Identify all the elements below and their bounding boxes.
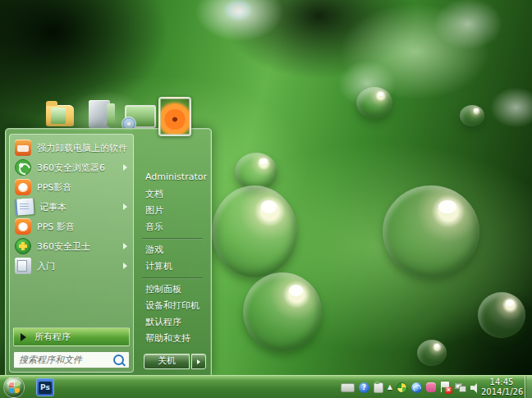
search-input[interactable] (17, 354, 113, 366)
program-label: 360安全浏览器6 (37, 162, 105, 174)
uninstall-toolbox-icon (15, 140, 31, 156)
water-droplet (356, 87, 392, 118)
taskbar: Ps ? ▲ × 14:45 2014/1/26 (0, 375, 532, 398)
360-safety-icon (15, 238, 31, 254)
water-droplet (460, 105, 484, 126)
media-disc-icon[interactable] (125, 105, 156, 128)
program-item-notepad[interactable]: 记事本 (11, 197, 131, 217)
start-button[interactable] (3, 377, 25, 398)
program-label: 入门 (37, 260, 55, 272)
pps-tray-icon[interactable] (426, 382, 436, 392)
program-item-360-safety[interactable]: 360安全卫士 (11, 236, 131, 256)
menu-item-music[interactable]: 音乐 (135, 219, 209, 236)
program-label: PPS影音 (37, 181, 71, 194)
user-name-item[interactable]: Administrator (135, 168, 209, 186)
submenu-arrow-icon (123, 243, 127, 249)
program-label: 强力卸载电脑上的软件 (37, 142, 127, 154)
network-icon[interactable] (455, 382, 466, 392)
program-label: 360安全卫士 (37, 240, 90, 253)
volume-icon[interactable] (470, 382, 481, 393)
clock-date: 2014/1/26 (481, 387, 522, 397)
getting-started-icon (15, 258, 31, 274)
program-item-getting-started[interactable]: 入门 (11, 256, 131, 276)
submenu-arrow-icon (123, 263, 127, 269)
shutdown-options-button[interactable] (191, 354, 206, 369)
water-droplet (417, 340, 447, 366)
keyboard-icon[interactable] (341, 383, 355, 392)
water-droplet (478, 292, 525, 338)
menu-item-computer[interactable]: 计算机 (135, 258, 209, 275)
menu-item-control-panel[interactable]: 控制面板 (135, 281, 209, 298)
shutdown-button[interactable]: 关机 (144, 354, 190, 369)
action-center-flag-icon[interactable]: × (440, 382, 451, 393)
windows-flag-icon (9, 382, 20, 393)
menu-item-games[interactable]: 游戏 (135, 242, 209, 258)
start-menu-program-list: 强力卸载电脑上的软件 360安全浏览器6 PPS影音 记事本 PPS 影音 (9, 134, 134, 373)
start-menu: 强力卸载电脑上的软件 360安全浏览器6 PPS影音 记事本 PPS 影音 (5, 128, 212, 376)
menu-item-devices-printers[interactable]: 设备和打印机 (135, 298, 209, 314)
pps-icon (15, 218, 31, 235)
submenu-arrow-icon (123, 164, 127, 171)
all-programs-button[interactable]: 所有程序 (13, 327, 130, 346)
program-box-icon[interactable] (89, 100, 110, 128)
pps-icon (15, 179, 31, 195)
all-programs-arrow-icon (21, 333, 26, 341)
menu-item-default-programs[interactable]: 默认程序 (135, 314, 209, 331)
program-item-360-browser[interactable]: 360安全浏览器6 (11, 158, 131, 177)
desktop: 强力卸载电脑上的软件 360安全浏览器6 PPS影音 记事本 PPS 影音 (0, 0, 532, 398)
program-label: 记事本 (39, 201, 66, 213)
all-programs-label: 所有程序 (34, 331, 71, 343)
search-icon[interactable] (113, 355, 124, 365)
water-droplet (243, 272, 322, 351)
browser-sphere-icon[interactable] (411, 382, 422, 393)
start-menu-search-box (13, 351, 130, 368)
submenu-arrow-icon (123, 204, 127, 210)
shutdown-options-arrow-icon (197, 359, 200, 364)
menu-separator (142, 238, 203, 240)
menu-separator (142, 277, 203, 279)
safely-remove-hardware-icon[interactable] (374, 382, 383, 393)
program-label: PPS 影音 (37, 221, 75, 233)
folder-icon[interactable] (46, 105, 74, 126)
notepad-icon (14, 198, 34, 216)
taskbar-app-photoshop[interactable]: Ps (36, 378, 54, 396)
water-droplet (212, 185, 297, 277)
program-item-uninstall[interactable]: 强力卸载电脑上的软件 (11, 138, 131, 158)
start-menu-right-panel: Administrator 文档 图片 音乐 游戏 计算机 控制面板 设备和打印… (135, 129, 209, 376)
alert-badge: × (445, 387, 452, 394)
menu-item-documents[interactable]: 文档 (135, 186, 209, 203)
user-avatar[interactable] (158, 97, 191, 136)
clock-time: 14:45 (481, 377, 522, 387)
water-droplet (383, 185, 479, 277)
menu-item-help-support[interactable]: 帮助和支持 (135, 331, 209, 347)
photoshop-icon: Ps (39, 382, 52, 394)
program-item-pps-2[interactable]: PPS 影音 (11, 217, 131, 236)
show-desktop-button[interactable] (525, 376, 532, 398)
360-coin-icon[interactable] (397, 382, 407, 393)
shutdown-row: 关机 (144, 354, 206, 369)
program-item-pps[interactable]: PPS影音 (11, 177, 131, 197)
360-browser-icon (15, 159, 31, 176)
menu-item-pictures[interactable]: 图片 (135, 203, 209, 219)
system-tray: ? ▲ × (341, 376, 481, 398)
show-hidden-icons-button[interactable]: ▲ (388, 376, 392, 398)
help-icon[interactable]: ? (359, 382, 369, 393)
taskbar-clock[interactable]: 14:45 2014/1/26 (481, 377, 522, 397)
